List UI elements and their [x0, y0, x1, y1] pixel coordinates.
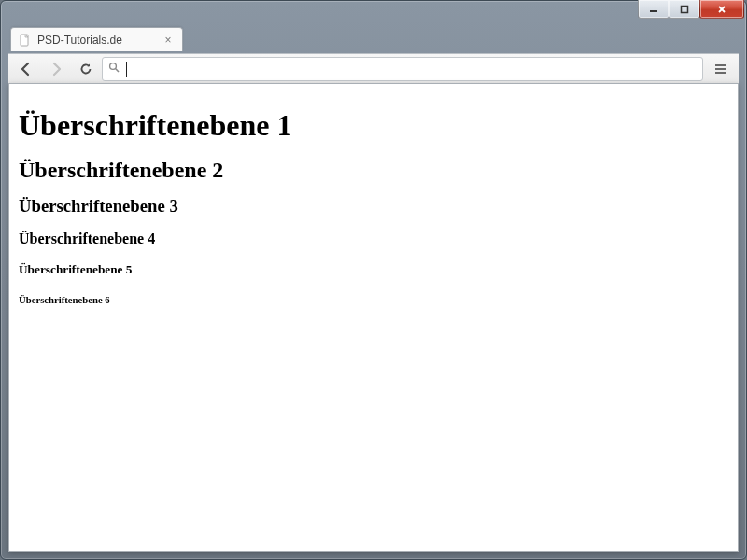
page-viewport: Überschriftenebene 1 Überschriftenebene … [8, 83, 739, 552]
tab-close-icon[interactable]: × [162, 34, 175, 47]
window-controls [639, 0, 744, 19]
reload-button[interactable] [72, 56, 100, 82]
address-bar[interactable] [102, 57, 703, 81]
back-button[interactable] [12, 56, 40, 82]
browser-tab[interactable]: PSD-Tutorials.de × [10, 27, 183, 51]
heading-5: Überschriftenebene 5 [19, 262, 728, 277]
heading-6: Überschriftenebene 6 [19, 294, 728, 305]
text-cursor [126, 62, 127, 77]
tab-title: PSD-Tutorials.de [37, 34, 122, 47]
heading-3: Überschriftenebene 3 [19, 196, 728, 217]
forward-button[interactable] [42, 56, 70, 82]
close-button[interactable] [699, 0, 744, 19]
page-content: Überschriftenebene 1 Überschriftenebene … [9, 84, 738, 331]
svg-rect-1 [682, 6, 688, 12]
svg-point-6 [110, 63, 117, 70]
menu-button[interactable] [707, 56, 735, 82]
heading-4: Überschriftenebene 4 [19, 231, 728, 247]
maximize-button[interactable] [669, 0, 700, 19]
browser-window: PSD-Tutorials.de × Überschriftenebene 1 … [0, 0, 747, 560]
tab-strip: PSD-Tutorials.de × [1, 25, 746, 51]
window-titlebar[interactable] [1, 1, 746, 27]
search-icon [108, 62, 120, 77]
browser-toolbar [8, 53, 739, 85]
svg-line-7 [116, 69, 119, 72]
heading-2: Überschriftenebene 2 [19, 158, 728, 183]
minimize-button[interactable] [638, 0, 669, 19]
heading-1: Überschriftenebene 1 [19, 108, 728, 143]
page-icon [19, 34, 32, 47]
